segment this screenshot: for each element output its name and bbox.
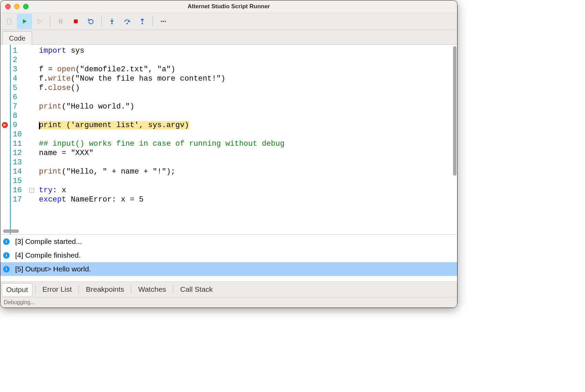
run-button[interactable] [17, 14, 32, 29]
bottom-tab-label: Error List [42, 285, 72, 293]
code-line[interactable]: print("Hello, " + name + "!"); [39, 167, 457, 176]
code-line[interactable]: f = open("demofile2.txt", "a") [39, 65, 457, 74]
run-without-debug-button[interactable] [32, 14, 47, 29]
code-body[interactable]: import sysf = open("demofile2.txt", "a")… [37, 45, 457, 234]
minimize-window-button[interactable] [14, 4, 20, 9]
line-number-gutter: 1234567891011121314151617 [10, 45, 27, 234]
code-line[interactable] [39, 176, 457, 186]
svg-point-6 [111, 23, 113, 24]
close-window-button[interactable] [5, 4, 11, 9]
output-text: [3] Compile started... [15, 237, 82, 246]
run-outline-icon [36, 18, 43, 25]
step-into-button[interactable] [104, 14, 120, 29]
output-text: [4] Compile finished. [15, 251, 81, 259]
new-file-icon [6, 18, 13, 25]
new-file-button[interactable] [2, 14, 17, 29]
svg-point-12 [165, 21, 166, 22]
code-line[interactable]: name = "XXX" [39, 148, 457, 158]
tab-separator [35, 285, 35, 293]
toolbar-separator [50, 16, 50, 27]
svg-point-9 [142, 23, 143, 24]
info-icon: i [3, 238, 10, 245]
code-line[interactable]: f.write("Now the file has more content!"… [39, 74, 457, 83]
bottom-tab-watches[interactable]: Watches [134, 283, 170, 296]
svg-rect-3 [61, 19, 62, 24]
code-line[interactable] [39, 111, 457, 121]
svg-point-10 [161, 21, 162, 22]
step-into-icon [108, 18, 116, 25]
info-icon: i [3, 266, 10, 272]
pause-icon [57, 18, 64, 25]
svg-point-7 [126, 23, 128, 24]
tab-separator [131, 285, 131, 293]
tab-separator [79, 285, 79, 293]
code-line[interactable] [39, 130, 457, 139]
toolbar-separator [101, 16, 102, 27]
toolbar [0, 13, 457, 30]
editor-tabbar: Code [0, 30, 457, 45]
code-editor[interactable]: 1234567891011121314151617 − import sysf … [0, 45, 457, 235]
output-row[interactable]: i[5] Output> Hello world. [0, 262, 457, 276]
info-icon: i [3, 252, 10, 259]
step-out-button[interactable] [135, 14, 150, 29]
svg-marker-1 [38, 19, 42, 24]
pause-button[interactable] [53, 14, 68, 29]
svg-marker-0 [23, 19, 27, 24]
stop-button[interactable] [68, 14, 83, 29]
svg-rect-4 [74, 20, 78, 23]
vertical-scrollbar[interactable] [453, 46, 456, 176]
code-line[interactable]: f.close() [39, 83, 457, 93]
output-text: [5] Output> Hello world. [15, 265, 91, 273]
output-row[interactable]: i[4] Compile finished. [0, 248, 457, 262]
editor-tab-label: Code [9, 34, 25, 42]
bottom-tab-breakpoints[interactable]: Breakpoints [82, 283, 128, 296]
step-over-button[interactable] [120, 14, 135, 29]
horizontal-scrollbar[interactable] [3, 229, 19, 233]
window-title: Alternet Studio Script Runner [0, 3, 457, 10]
marker-gutter[interactable] [0, 45, 10, 234]
output-row[interactable]: i[3] Compile started... [0, 235, 457, 248]
window-controls [5, 4, 29, 9]
zoom-window-button[interactable] [23, 4, 29, 9]
step-out-icon [138, 18, 146, 25]
restart-button[interactable] [83, 14, 99, 29]
more-button[interactable] [156, 14, 171, 29]
bottom-tab-error-list[interactable]: Error List [38, 283, 76, 296]
status-text: Debugging... [4, 299, 35, 306]
current-line-marker-icon [2, 122, 8, 128]
code-line[interactable]: print("Hello world.") [39, 102, 457, 111]
bottom-tab-output[interactable]: Output [2, 283, 32, 296]
editor-tab-code[interactable]: Code [2, 31, 32, 45]
fold-gutter[interactable]: − [27, 45, 37, 234]
more-icon [160, 18, 167, 25]
code-line[interactable]: print ('argument list', sys.argv) [39, 121, 457, 130]
code-line[interactable] [39, 93, 457, 102]
bottom-tabbar: OutputError ListBreakpointsWatchesCall S… [0, 282, 457, 297]
svg-point-11 [163, 21, 164, 22]
svg-rect-2 [59, 19, 60, 24]
app-window: Alternet Studio Script Runner [0, 0, 458, 308]
code-line[interactable]: try: x [39, 186, 457, 195]
bottom-tab-label: Breakpoints [86, 285, 124, 293]
fold-toggle-icon[interactable]: − [29, 188, 34, 193]
output-panel[interactable]: i[3] Compile started...i[4] Compile fini… [0, 235, 457, 282]
step-over-icon [123, 18, 131, 25]
tab-separator [173, 285, 173, 293]
code-line[interactable] [39, 55, 457, 65]
restart-icon [87, 18, 95, 25]
bottom-tab-call-stack[interactable]: Call Stack [176, 283, 217, 296]
stop-icon [72, 18, 80, 25]
code-line[interactable]: ## input() works fine in case of running… [39, 139, 457, 148]
bottom-tab-label: Call Stack [180, 285, 213, 293]
toolbar-separator [153, 16, 153, 27]
titlebar: Alternet Studio Script Runner [0, 0, 457, 13]
status-bar: Debugging... [0, 297, 457, 308]
bottom-tab-label: Watches [138, 285, 166, 293]
run-icon [21, 18, 28, 25]
bottom-tab-label: Output [6, 286, 28, 293]
code-line[interactable]: import sys [39, 46, 457, 55]
code-line[interactable]: except NameError: x = 5 [39, 195, 457, 204]
code-line[interactable] [39, 158, 457, 167]
